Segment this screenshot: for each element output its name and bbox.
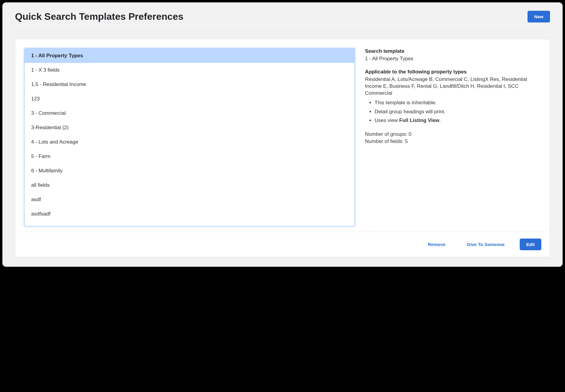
detail-panel: Search template 1 - All Property Types A… <box>365 48 541 226</box>
list-item[interactable]: asdf <box>25 192 354 207</box>
templates-card: 1 - All Property Types1 - X 3 fields1.5 … <box>15 39 550 257</box>
list-item[interactable]: 123 <box>25 92 354 106</box>
list-item[interactable]: 3-Residential (2) <box>25 120 354 135</box>
template-properties: This template is inheritable. Detail gro… <box>365 99 541 124</box>
template-stats: Number of groups: 0 Number of fields: 5 <box>365 131 541 145</box>
property-uses-view: Uses view Full Listing View. <box>375 117 541 124</box>
preferences-window: Quick Search Templates Preferences New 1… <box>2 2 563 267</box>
applicable-types: Residential A, Lots/Acreage B, Commercia… <box>365 76 541 97</box>
template-name: 1 - All Property Types <box>365 55 541 62</box>
list-item[interactable]: all fields <box>25 178 354 192</box>
page-title: Quick Search Templates Preferences <box>15 11 183 22</box>
remove-button[interactable]: Remove <box>421 239 452 250</box>
uses-view-name: Full Listing View <box>399 117 439 123</box>
template-label: Search template <box>365 48 541 54</box>
property-inheritable: This template is inheritable. <box>375 99 541 106</box>
list-item[interactable]: 4 - Lots and Acreage <box>25 135 354 149</box>
uses-view-prefix: Uses view <box>375 117 399 123</box>
card-body: 1 - All Property Types1 - X 3 fields1.5 … <box>15 39 550 232</box>
applicable-block: Applicable to the following property typ… <box>365 69 541 124</box>
applicable-label: Applicable to the following property typ… <box>365 69 541 75</box>
template-listbox[interactable]: 1 - All Property Types1 - X 3 fields1.5 … <box>24 48 355 226</box>
list-item[interactable]: 1.5 - Residential Income <box>25 77 354 92</box>
list-item[interactable]: 6 - Multifamily <box>25 164 354 178</box>
card-footer: Remove Give To Someone Edit <box>15 232 550 257</box>
list-item[interactable]: 3 - Commercial <box>25 106 354 120</box>
list-item[interactable]: 1 - X 3 fields <box>25 63 354 77</box>
property-headings-print: Detail group headings will print. <box>375 108 541 115</box>
list-item[interactable]: 5 - Farm <box>25 149 354 164</box>
list-item[interactable]: 1 - All Property Types <box>25 49 354 63</box>
list-item[interactable]: asdfsadf <box>25 207 354 221</box>
groups-count: Number of groups: 0 <box>365 131 541 138</box>
fields-count: Number of fields: 5 <box>365 138 541 145</box>
template-name-block: Search template 1 - All Property Types <box>365 48 541 62</box>
give-to-someone-button[interactable]: Give To Someone <box>460 239 511 250</box>
header: Quick Search Templates Preferences New <box>15 8 550 31</box>
edit-button[interactable]: Edit <box>520 239 541 250</box>
new-button[interactable]: New <box>528 11 550 22</box>
uses-view-suffix: . <box>439 117 441 123</box>
